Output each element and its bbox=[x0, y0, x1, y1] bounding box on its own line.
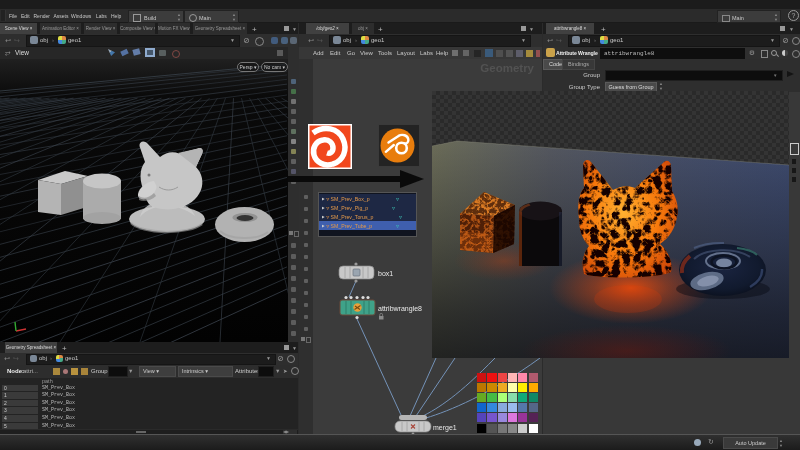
svg-text:attribwrangle8: attribwrangle8 bbox=[378, 305, 422, 313]
svg-text:box1: box1 bbox=[378, 270, 393, 277]
svg-text:merge1: merge1 bbox=[433, 424, 457, 432]
